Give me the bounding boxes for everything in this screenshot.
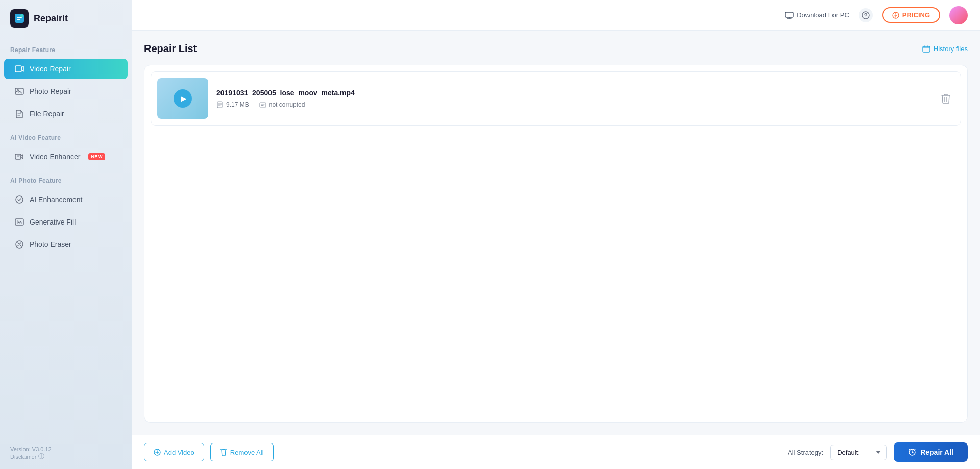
- file-status: not corrupted: [269, 101, 305, 108]
- sidebar: Repairit Repair Feature Video Repair Pho…: [0, 0, 132, 469]
- help-button[interactable]: [859, 8, 873, 22]
- content-header: Repair List History files: [144, 43, 968, 55]
- sidebar-item-video-repair-label: Video Repair: [30, 65, 71, 73]
- repair-list-title: Repair List: [144, 43, 197, 55]
- pricing-label: PRICING: [902, 11, 930, 19]
- add-video-button[interactable]: Add Video: [144, 443, 204, 461]
- ai-photo-section-label: AI Photo Feature: [0, 168, 132, 188]
- svg-point-10: [17, 221, 18, 222]
- repair-feature-section-label: Repair Feature: [0, 37, 132, 58]
- strategy-label: All Strategy:: [788, 449, 823, 456]
- sidebar-item-file-repair[interactable]: File Repair: [4, 104, 128, 124]
- history-files-button[interactable]: History files: [922, 45, 968, 53]
- sidebar-item-file-repair-label: File Repair: [30, 110, 64, 118]
- app-header: Download For PC PRICING: [132, 0, 980, 31]
- file-name: 20191031_205005_lose_moov_meta.mp4: [216, 89, 929, 97]
- sidebar-item-photo-repair-label: Photo Repair: [30, 87, 71, 95]
- new-badge: NEW: [88, 153, 105, 160]
- file-thumbnail: ▶: [157, 78, 208, 119]
- footer-right: All Strategy: Default Repair All: [788, 442, 968, 462]
- app-logo-icon: [10, 9, 29, 28]
- sidebar-item-video-enhancer-label: Video Enhancer: [30, 153, 80, 161]
- generative-fill-icon: [14, 217, 24, 227]
- video-repair-icon: [14, 64, 24, 74]
- strategy-select[interactable]: Default: [830, 445, 887, 460]
- svg-rect-9: [15, 219, 23, 225]
- file-status-item: not corrupted: [259, 101, 305, 108]
- footer-left: Add Video Remove All: [144, 443, 274, 461]
- file-list-area: ▶ 20191031_205005_lose_moov_meta.mp4 9.1…: [144, 65, 968, 423]
- sidebar-item-photo-eraser-label: Photo Eraser: [30, 240, 71, 249]
- sidebar-bottom: Version: V3.0.12 Disclaimer ⓘ: [0, 438, 132, 469]
- add-video-label: Add Video: [164, 449, 194, 456]
- file-size: 9.17 MB: [226, 101, 249, 108]
- repair-all-button[interactable]: Repair All: [894, 442, 968, 462]
- remove-all-label: Remove All: [230, 449, 264, 456]
- disclaimer-row[interactable]: Disclaimer ⓘ: [10, 452, 121, 461]
- svg-rect-18: [260, 103, 266, 107]
- main-content: Repair List History files ▶ 20191031_205…: [132, 31, 980, 435]
- app-name: Repairit: [34, 13, 68, 24]
- file-repair-icon: [14, 109, 24, 119]
- download-label: Download For PC: [797, 11, 849, 19]
- download-for-pc-button[interactable]: Download For PC: [785, 11, 849, 19]
- ai-enhancement-icon: [14, 194, 24, 205]
- sidebar-item-ai-enhancement[interactable]: AI Enhancement: [4, 189, 128, 210]
- video-enhancer-icon: [14, 152, 24, 162]
- file-meta: 9.17 MB not corrupted: [216, 101, 929, 108]
- svg-rect-12: [785, 12, 793, 17]
- sidebar-item-generative-fill[interactable]: Generative Fill: [4, 212, 128, 232]
- sidebar-item-video-repair[interactable]: Video Repair: [4, 59, 128, 79]
- version-text: Version: V3.0.12: [10, 446, 121, 452]
- svg-point-3: [20, 14, 23, 17]
- disclaimer-info-icon: ⓘ: [38, 452, 44, 461]
- logo-area: Repairit: [0, 0, 132, 37]
- photo-repair-icon: [14, 86, 24, 96]
- user-avatar[interactable]: [949, 6, 968, 24]
- ai-video-section-label: AI Video Feature: [0, 125, 132, 145]
- sidebar-item-video-enhancer[interactable]: Video Enhancer NEW: [4, 146, 128, 167]
- main-area: Download For PC PRICING Repair List: [132, 0, 980, 469]
- svg-point-13: [862, 12, 869, 19]
- remove-all-button[interactable]: Remove All: [210, 443, 274, 461]
- sidebar-item-photo-repair[interactable]: Photo Repair: [4, 81, 128, 102]
- sidebar-item-generative-fill-label: Generative Fill: [30, 218, 76, 226]
- svg-point-14: [865, 16, 866, 17]
- photo-eraser-icon: [14, 239, 24, 250]
- svg-rect-16: [923, 46, 930, 52]
- svg-rect-4: [15, 66, 21, 72]
- delete-file-button[interactable]: [937, 89, 954, 108]
- sidebar-item-ai-enhancement-label: AI Enhancement: [30, 195, 83, 204]
- file-info: 20191031_205005_lose_moov_meta.mp4 9.17 …: [216, 89, 929, 108]
- disclaimer-label: Disclaimer: [10, 454, 36, 460]
- file-size-item: 9.17 MB: [216, 101, 249, 108]
- pricing-button[interactable]: PRICING: [882, 7, 940, 23]
- svg-rect-2: [17, 19, 20, 20]
- play-icon: ▶: [174, 89, 192, 108]
- history-files-label: History files: [934, 45, 968, 53]
- table-row: ▶ 20191031_205005_lose_moov_meta.mp4 9.1…: [151, 71, 961, 126]
- sidebar-item-photo-eraser[interactable]: Photo Eraser: [4, 234, 128, 255]
- svg-rect-1: [17, 17, 22, 18]
- footer: Add Video Remove All All Strategy: Defau…: [132, 435, 980, 469]
- repair-all-label: Repair All: [920, 448, 953, 456]
